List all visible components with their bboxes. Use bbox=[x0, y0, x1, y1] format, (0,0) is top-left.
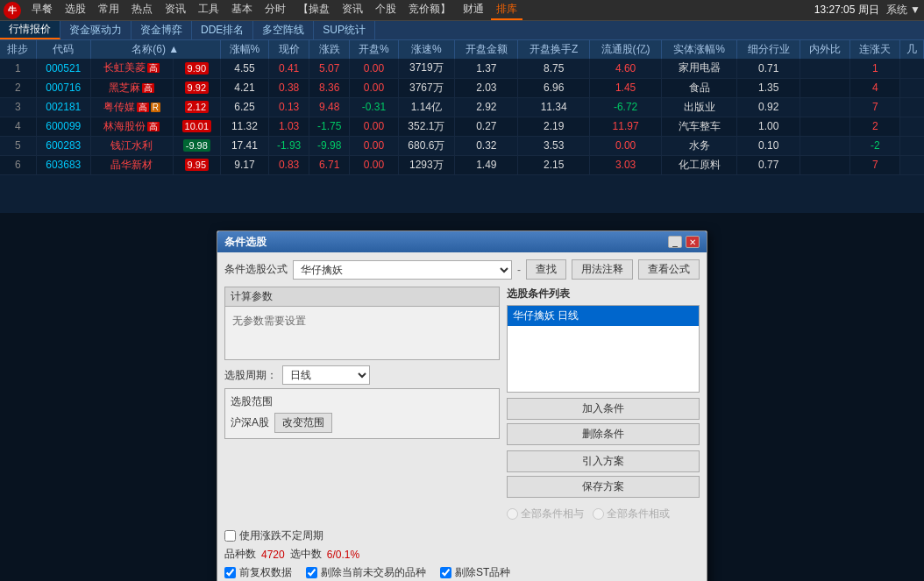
cell-open-amt: 3767万 bbox=[398, 78, 455, 97]
col-open-pct: 开盘% bbox=[350, 40, 398, 59]
system-menu[interactable]: 系统 ▼ bbox=[886, 3, 920, 18]
menu-rank[interactable]: 排库 bbox=[491, 0, 522, 20]
cell-code: 600283 bbox=[36, 136, 90, 155]
dialog-controls: _ ✕ bbox=[668, 236, 700, 248]
formula-select[interactable]: 华仔擒妖 bbox=[293, 260, 512, 280]
table-row[interactable]: 2 000716 黑芝麻高 9.92 4.21 0.38 8.36 0.00 3… bbox=[0, 78, 924, 97]
usage-button[interactable]: 用法注释 bbox=[572, 259, 633, 280]
cell-rank: 2 bbox=[0, 78, 36, 97]
cell-code: 000716 bbox=[36, 78, 90, 97]
tab-capital-drive[interactable]: 资金驱动力 bbox=[60, 21, 131, 39]
menu-breakfast[interactable]: 早餐 bbox=[26, 0, 58, 20]
cell-extra: 4 bbox=[850, 78, 900, 97]
menu-minute[interactable]: 分时 bbox=[259, 0, 291, 20]
remove-st-checkbox[interactable] bbox=[440, 567, 451, 578]
cell-name: 粤传媒高R bbox=[90, 97, 173, 117]
col-extra: 几 bbox=[900, 40, 924, 59]
cell-inner-outer: 1.35 bbox=[737, 78, 800, 97]
menu-hot[interactable]: 热点 bbox=[126, 0, 158, 20]
cell-inner-outer: 1.00 bbox=[737, 117, 800, 136]
menu-tools[interactable]: 工具 bbox=[193, 0, 224, 20]
cell-extra: 2 bbox=[850, 117, 900, 136]
cell-circulate: 11.34 bbox=[518, 97, 590, 117]
menu-news[interactable]: 资讯 bbox=[160, 0, 191, 20]
logic-or-label[interactable]: 全部条件相或 bbox=[593, 507, 670, 521]
cell-rank: 6 bbox=[0, 155, 36, 174]
logic-and-label[interactable]: 全部条件相与 bbox=[507, 507, 584, 521]
condition-item[interactable]: 华仔擒妖 日线 bbox=[508, 306, 699, 326]
cell-badge: -9.98 bbox=[173, 136, 220, 155]
menu-individual[interactable]: 个股 bbox=[370, 0, 402, 20]
main-table-area: 排步 代码 名称(6) ▲ 涨幅% 现价 涨跌 开盘% 涨速% 开盘金额 开盘换… bbox=[0, 40, 924, 213]
table-row[interactable]: 5 600283 钱江水利 -9.98 17.41 -1.93 -9.98 0.… bbox=[0, 136, 924, 155]
menu-info[interactable]: 资讯 bbox=[337, 0, 368, 20]
dialog-title-bar: 条件选股 _ ✕ bbox=[217, 231, 707, 252]
remove-inactive-label: 剔除当前未交易的品种 bbox=[306, 565, 426, 580]
cell-rank: 5 bbox=[0, 136, 36, 155]
menu-bid-price[interactable]: 竞价额】 bbox=[403, 0, 456, 20]
cell-circulate: 8.75 bbox=[518, 59, 590, 78]
menu-operate[interactable]: 【操盘 bbox=[293, 0, 335, 20]
change-scope-button[interactable]: 改变范围 bbox=[274, 413, 332, 433]
cell-industry: 出版业 bbox=[662, 97, 737, 117]
tab-long-short[interactable]: 多空阵线 bbox=[253, 21, 314, 39]
restore-right-checkbox[interactable] bbox=[224, 567, 236, 578]
cell-open-amt: 1293万 bbox=[398, 155, 455, 174]
no-params-text: 无参数需要设置 bbox=[232, 315, 306, 327]
cell-industry: 汽车整车 bbox=[662, 117, 737, 136]
cell-inner-outer: 0.71 bbox=[737, 59, 800, 78]
condition-list-title: 选股条件列表 bbox=[507, 287, 700, 301]
cell-up-days bbox=[800, 155, 850, 174]
table-row[interactable]: 3 002181 粤传媒高R 2.12 6.25 0.13 9.48 -0.31… bbox=[0, 97, 924, 117]
cell-current: 9.17 bbox=[220, 155, 268, 174]
col-real-rise: 实体涨幅% bbox=[662, 40, 737, 59]
cell-open-pct: 6.71 bbox=[309, 155, 350, 174]
add-condition-button[interactable]: 加入条件 bbox=[507, 398, 700, 420]
cell-speed: 0.00 bbox=[350, 136, 398, 155]
cell-industry: 化工原料 bbox=[662, 155, 737, 174]
tab-sup-stats[interactable]: SUP统计 bbox=[314, 21, 375, 39]
stats-total: 4720 bbox=[261, 549, 285, 561]
bottom-area: 条件选股 _ ✕ 条件选股公式 华仔擒妖 - 查找 用法注释 查看公式 bbox=[0, 213, 924, 581]
menu-common[interactable]: 常用 bbox=[93, 0, 124, 20]
table-row[interactable]: 4 600099 林海股份高 10.01 11.32 1.03 -1.75 0.… bbox=[0, 117, 924, 136]
period-select[interactable]: 日线 周线 月线 bbox=[282, 365, 370, 385]
right-buttons: 加入条件 删除条件 bbox=[507, 398, 700, 445]
delete-condition-button[interactable]: 删除条件 bbox=[507, 423, 700, 445]
cell-change: 0.13 bbox=[269, 97, 309, 117]
cell-open-pct: -9.98 bbox=[309, 136, 350, 155]
cell-badge: 10.01 bbox=[173, 117, 220, 136]
scope-title: 选股范围 bbox=[231, 394, 494, 409]
col-rank: 排步 bbox=[0, 40, 36, 59]
col-change: 涨跌 bbox=[309, 40, 350, 59]
dialog-close-button[interactable]: ✕ bbox=[686, 236, 700, 248]
menu-stock-select[interactable]: 选股 bbox=[60, 0, 91, 20]
use-nonperiod-checkbox[interactable] bbox=[224, 530, 236, 542]
cell-rank: 4 bbox=[0, 117, 36, 136]
dialog-body: 条件选股公式 华仔擒妖 - 查找 用法注释 查看公式 计算参数 bbox=[217, 252, 707, 581]
cell-speed: 0.00 bbox=[350, 117, 398, 136]
menu-finance[interactable]: 财通 bbox=[458, 0, 489, 20]
cell-circulate: 6.96 bbox=[518, 78, 590, 97]
tab-market-quote[interactable]: 行情报价 bbox=[0, 21, 60, 39]
cell-circulate: 2.15 bbox=[518, 155, 590, 174]
cell-change: 0.41 bbox=[269, 59, 309, 78]
search-button[interactable]: 查找 bbox=[526, 259, 566, 280]
cell-up-days bbox=[800, 59, 850, 78]
cell-real-rise: 4.60 bbox=[589, 59, 661, 78]
cell-code: 002181 bbox=[36, 97, 90, 117]
cell-open-hand: 2.03 bbox=[455, 78, 518, 97]
cell-name: 长虹美菱高 bbox=[90, 59, 173, 78]
tab-dde-rank[interactable]: DDE排名 bbox=[192, 21, 253, 39]
view-formula-button[interactable]: 查看公式 bbox=[638, 259, 700, 280]
remove-inactive-checkbox[interactable] bbox=[306, 567, 317, 578]
save-scheme-button[interactable]: 保存方案 bbox=[507, 476, 700, 498]
tab-capital-game[interactable]: 资金博弈 bbox=[131, 21, 192, 39]
import-scheme-button[interactable]: 引入方案 bbox=[507, 450, 700, 472]
table-row[interactable]: 1 000521 长虹美菱高 9.90 4.55 0.41 5.07 0.00 … bbox=[0, 59, 924, 78]
col-open-hand: 开盘换手Z bbox=[518, 40, 590, 59]
dialog-minimize-button[interactable]: _ bbox=[668, 236, 682, 248]
menu-basic[interactable]: 基本 bbox=[226, 0, 258, 20]
table-row[interactable]: 6 603683 晶华新材 9.95 9.17 0.83 6.71 0.00 1… bbox=[0, 155, 924, 174]
formula-dash: - bbox=[517, 264, 521, 276]
